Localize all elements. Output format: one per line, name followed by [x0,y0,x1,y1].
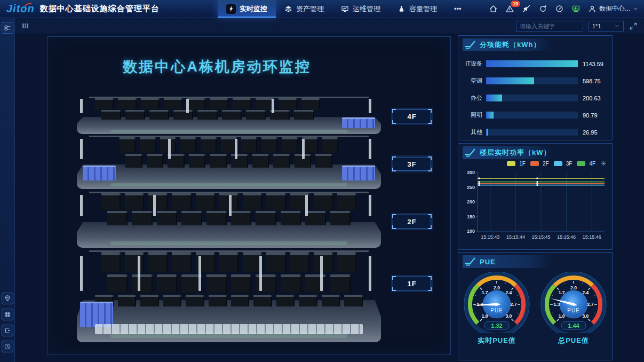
legend-chip-4f[interactable] [577,161,585,166]
search-input[interactable] [516,21,583,32]
energy-bar-fill [486,112,494,119]
server-rack [132,211,152,225]
structure-pillar [186,99,189,113]
clock-icon[interactable] [2,341,13,352]
svg-text:200: 200 [467,199,475,204]
location-icon[interactable] [2,293,13,304]
flask-icon [397,5,406,13]
tree-panel-icon[interactable] [2,22,13,34]
pipeline-icon[interactable] [2,325,13,336]
server-rack [210,154,227,168]
corner-accent [428,120,432,124]
floor-button-3f[interactable]: 3F [393,157,431,171]
gauge-icon[interactable] [555,4,564,13]
nav-item-ops-mgmt[interactable]: 运维管理 [332,0,389,18]
fullscreen-expand-icon[interactable] [629,22,638,30]
rack-row [120,137,338,153]
server-rack [196,193,215,210]
nav-item-label: 资产管理 [296,4,324,14]
grid-icon[interactable] [2,309,13,320]
energy-bar-fill [486,95,502,101]
legend-chip-1f[interactable] [507,161,515,166]
svg-text:2.7: 2.7 [587,302,594,307]
floor-slab [77,164,381,189]
corner-accent [428,287,432,291]
energy-bar-category: 办公 [463,94,486,102]
energy-bar-row: IT设备 1143.59 [463,60,607,68]
svg-text:15:15:45: 15:15:45 [531,234,550,240]
rack-row [101,110,314,120]
corner-accent [428,225,432,229]
floor-button-1f[interactable]: 1F [393,277,431,290]
floor-power-card: 楼层实时功率（kW） 1F2F3F4F 15:15:4315:15:4415:1… [458,143,613,250]
server-rack [201,137,217,153]
building-floor-4f [77,97,381,134]
corner-accent [392,214,396,218]
screen-icon[interactable] [571,4,581,13]
floor-button-2f[interactable]: 2F [393,215,431,229]
corner-accent [392,225,396,229]
home-icon[interactable] [489,4,498,13]
alarm-mute-icon[interactable] [522,4,531,13]
energy-bar-chart: IT设备 1143.59空调 598.75办公 200.63照明 90.79其他… [458,51,612,136]
server-rack [305,211,325,225]
refresh-icon[interactable] [538,4,547,13]
energy-consumption-card: 分项能耗（kWh） IT设备 1143.59空调 598.75办公 200.63… [458,35,613,140]
nav-item-capacity-mgmt[interactable]: 容量管理 [389,0,446,18]
server-rack [140,137,156,153]
blue-rack-cluster [83,166,116,180]
building-floor-2f [77,192,381,248]
layout-select[interactable]: 1*1 [589,21,624,32]
server-rack [233,98,251,109]
server-rack [164,98,182,109]
server-rack [266,252,285,272]
sidebar-top-group [2,22,13,38]
server-rack [181,211,202,225]
svg-text:1.3: 1.3 [554,302,560,307]
energy-bar-row: 空调 598.75 [463,77,607,85]
server-rack [206,274,227,293]
navbar-icon-group: 10 [489,4,581,13]
pue-gauges: 1.01.31.72.02.42.73.0PUE1.32实时PUE值 1.01.… [458,268,612,345]
structure-pillar [80,256,83,290]
svg-text:15:15:43: 15:15:43 [481,234,499,240]
legend-chip-3f[interactable] [554,161,562,166]
corner-accent [392,276,396,280]
restore-icon[interactable] [600,160,607,167]
svg-text:1.32: 1.32 [491,322,502,329]
structure-pillar [272,99,274,113]
legend-chip-2f[interactable] [530,161,539,166]
top-navbar: Jiton 数据中心基础设施综合管理平台 实时监控资产管理运维管理容量管理•••… [0,0,644,18]
nav-item-asset-mgmt[interactable]: 资产管理 [276,0,332,18]
server-rack [189,154,206,168]
app-logo[interactable]: Jiton [6,3,35,15]
nav-item-realtime-monitor[interactable]: 实时监控 [218,0,276,18]
server-rack [101,110,121,120]
floor-power-chart-svg: 15:15:4315:15:4415:15:4515:15:4615:15:46… [462,168,610,248]
line-chart-legend: 1F2F3F4F [507,160,607,167]
server-rack [261,137,277,153]
server-rack [140,295,158,306]
energy-bar-category: 照明 [463,111,486,119]
server-rack [120,137,136,153]
corner-accent [428,156,432,160]
energy-bar-row: 照明 90.79 [463,111,607,119]
structure-pillar [80,99,83,113]
server-rack [101,193,121,210]
corner-accent [392,156,396,160]
legend-label: 2F [543,161,549,167]
server-rack [241,137,257,153]
server-rack [273,154,290,168]
alert-icon[interactable]: 10 [505,4,514,13]
header-decoration-icon [464,148,478,158]
server-rack [125,252,144,272]
floor-button-4f[interactable]: 4F [393,109,431,123]
server-rack [281,274,301,293]
energy-bar-value: 26.95 [578,129,607,136]
nav-item-more[interactable]: ••• [446,0,470,18]
server-rack [231,211,251,225]
layout-columns-icon[interactable] [21,22,29,30]
energy-bar-category: 其他 [463,128,486,136]
corner-accent [392,287,396,291]
user-menu[interactable]: 数据中心... [588,4,639,13]
